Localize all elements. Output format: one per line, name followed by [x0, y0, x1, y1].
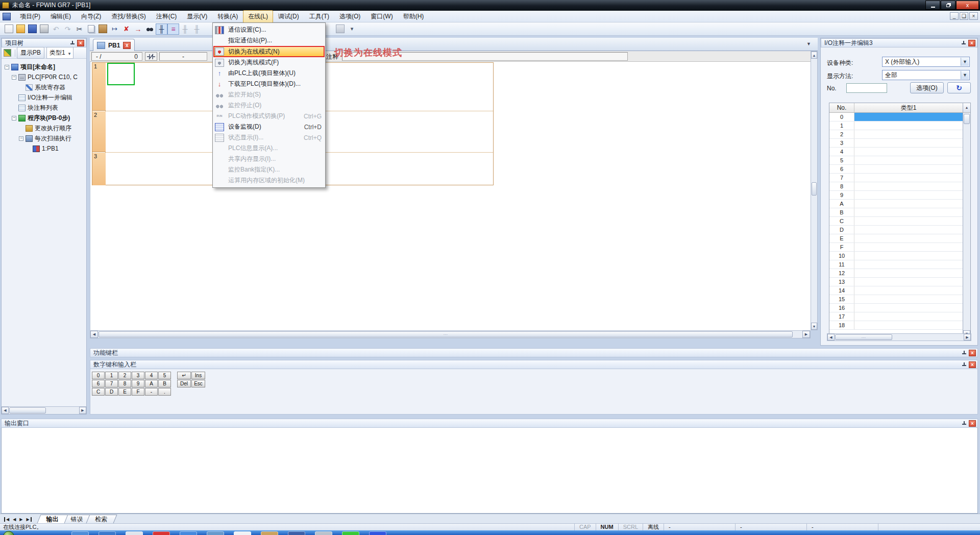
table-row[interactable]: F: [829, 243, 963, 252]
table-row[interactable]: 11: [829, 260, 963, 269]
toolbar-button[interactable]: [15, 23, 27, 35]
contact-symbol-button[interactable]: [145, 52, 157, 61]
table-row[interactable]: 7: [829, 174, 963, 182]
tree-node[interactable]: 更改执行顺序: [2, 123, 86, 133]
taskbar-item[interactable]: [180, 531, 197, 535]
table-row[interactable]: 1: [829, 121, 963, 130]
comment-cell[interactable]: [854, 130, 963, 138]
comment-cell[interactable]: [854, 139, 963, 147]
menu-bar-item[interactable]: 工具(T): [304, 10, 334, 23]
table-row[interactable]: D: [829, 226, 963, 234]
refresh-icon[interactable]: [947, 82, 971, 93]
toolbar-button[interactable]: [50, 23, 62, 35]
options-button[interactable]: 选项(O): [910, 82, 944, 93]
keypad-key[interactable]: ↵: [177, 372, 191, 379]
table-row[interactable]: 9: [829, 191, 963, 200]
toolbar-button[interactable]: [346, 23, 358, 35]
keypad-key[interactable]: D: [105, 388, 118, 396]
keypad-key[interactable]: 9: [132, 380, 144, 387]
menu-item[interactable]: 切换为在线模式(N): [213, 46, 325, 57]
table-row[interactable]: 15: [829, 295, 963, 304]
minimize-button[interactable]: [925, 1, 940, 10]
taskbar-item[interactable]: [261, 531, 278, 535]
menu-item[interactable]: 运算用内存区域的初始化(M): [213, 175, 325, 186]
keypad-key[interactable]: 5: [158, 372, 171, 379]
taskbar-item[interactable]: [71, 531, 89, 535]
toolbar-button[interactable]: [144, 23, 156, 35]
keypad-key[interactable]: -: [145, 388, 158, 396]
editor-vertical-scrollbar[interactable]: ▲ ▼: [811, 51, 818, 330]
taskbar-item[interactable]: [315, 531, 332, 535]
toolbar-button[interactable]: [27, 23, 38, 35]
table-row[interactable]: A: [829, 200, 963, 208]
tree-node[interactable]: 1:PB1: [2, 143, 86, 154]
last-tab-icon[interactable]: ▶: [26, 517, 31, 522]
keypad-key[interactable]: 7: [105, 380, 118, 387]
comment-cell[interactable]: [854, 278, 963, 286]
pin-icon[interactable]: [960, 40, 967, 46]
menu-item[interactable]: 状态显示(I)... Ctrl+Q: [213, 132, 325, 143]
toolbar-button[interactable]: [334, 23, 346, 35]
comment-cell[interactable]: [854, 113, 963, 121]
scroll-thumb[interactable]: [964, 114, 970, 124]
close-panel-button[interactable]: [968, 40, 975, 46]
tree-expander-icon[interactable]: [12, 95, 16, 100]
show-pb-button[interactable]: 显示PB: [17, 47, 44, 59]
pin-icon[interactable]: [961, 361, 968, 368]
tree-node[interactable]: 程序块(PB-0步): [2, 113, 86, 123]
tree-node[interactable]: I/O注释一并编辑: [2, 92, 86, 103]
scroll-right-icon[interactable]: ▶: [964, 334, 971, 341]
menu-item[interactable]: PLC动作模式切换(P) Ctrl+G: [213, 111, 325, 121]
menu-bar-item[interactable]: 转换(A): [212, 10, 243, 23]
taskbar-item[interactable]: [99, 531, 116, 535]
keypad-key[interactable]: 8: [118, 380, 131, 387]
editor-horizontal-scrollbar[interactable]: ◀ ⋯ ▶: [90, 330, 811, 338]
close-panel-button[interactable]: [969, 361, 976, 368]
scroll-thumb[interactable]: [9, 407, 46, 414]
toolbar-button[interactable]: [167, 23, 179, 35]
menu-item[interactable]: 监控停止(O): [213, 100, 325, 111]
toolbar-button[interactable]: [156, 23, 167, 35]
menu-item[interactable]: 通信设置(C)...: [213, 25, 325, 35]
pin-icon[interactable]: [69, 40, 76, 46]
tree-node[interactable]: 系统寄存器: [2, 82, 86, 92]
toolbar-button[interactable]: [74, 23, 85, 35]
taskbar-item[interactable]: [288, 531, 305, 535]
tree-expander-icon[interactable]: [12, 106, 16, 110]
tree-node[interactable]: 每次扫描执行: [2, 133, 86, 143]
comment-cell[interactable]: [854, 295, 963, 303]
comment-cell[interactable]: [854, 156, 963, 164]
prev-tab-icon[interactable]: ◀: [13, 517, 16, 522]
tree-expander-icon[interactable]: [26, 147, 31, 151]
table-row[interactable]: 13: [829, 278, 963, 286]
keypad-key[interactable]: B: [158, 380, 171, 387]
toolbar-button[interactable]: [120, 23, 132, 35]
scroll-thumb[interactable]: ⋯: [99, 331, 793, 337]
menu-bar-item[interactable]: 选项(O): [334, 10, 365, 23]
table-row[interactable]: 3: [829, 139, 963, 148]
toolbar-button[interactable]: [62, 23, 74, 35]
taskbar-item[interactable]: [234, 531, 251, 535]
tree-expander-icon[interactable]: [19, 136, 23, 141]
tree-node[interactable]: 块注释列表: [2, 103, 86, 113]
table-row[interactable]: 16: [829, 304, 963, 312]
table-row[interactable]: E: [829, 234, 963, 243]
device-type-select[interactable]: X (外部输入): [882, 57, 970, 67]
keypad-key[interactable]: A: [145, 380, 158, 387]
pin-icon[interactable]: [961, 420, 968, 427]
toolbar-button[interactable]: [132, 23, 144, 35]
menu-item[interactable]: 设备监视(D) Ctrl+D: [213, 121, 325, 132]
close-panel-button[interactable]: [969, 350, 976, 356]
table-row[interactable]: 6: [829, 165, 963, 174]
io-horizontal-scrollbar[interactable]: ◀ ⋯ ▶: [827, 333, 971, 341]
scroll-down-icon[interactable]: ▼: [811, 323, 817, 330]
menu-bar-item[interactable]: 注释(C): [151, 10, 182, 23]
toolbar-button[interactable]: [191, 23, 203, 35]
scroll-up-icon[interactable]: ▲: [963, 103, 970, 112]
scroll-thumb[interactable]: ⋯: [835, 334, 892, 340]
taskbar-item[interactable]: [153, 531, 170, 535]
keypad-key[interactable]: .: [158, 388, 171, 396]
comment-cell[interactable]: [854, 243, 963, 251]
toolbar-button[interactable]: [97, 23, 109, 35]
menu-bar-item[interactable]: 帮助(H): [398, 10, 429, 23]
